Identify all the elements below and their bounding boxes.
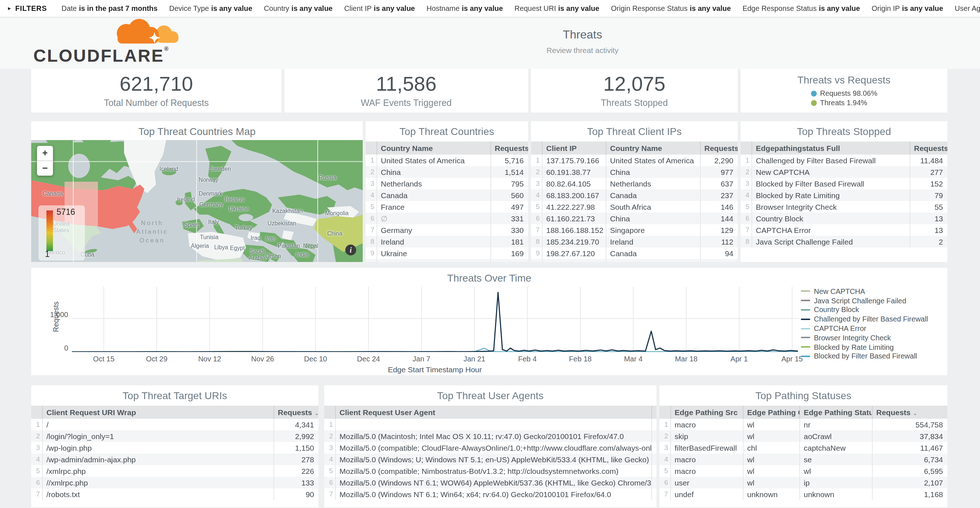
table-row: 9Ukraine169 [366,247,528,259]
x-tick-label: Mar 18 [675,355,697,363]
table-cell: 112 [700,236,738,247]
filter-chip[interactable]: Hostnameis any value [426,4,503,12]
map-info-button[interactable]: i [345,245,356,255]
stat-card-total-requests: 621,710 Total Number of Requests [31,69,282,113]
map-label: China [327,231,342,237]
map-label: Oman [265,253,281,259]
stat-value: 11,586 [284,73,528,96]
table-cell: United States of America [377,154,490,166]
table-row: 7188.166.188.152Singapore129 [531,224,738,236]
filter-value: is any value [462,4,503,12]
table-cell: 331 [490,213,528,224]
filters-button[interactable]: FILTERS [15,4,47,12]
table-cell: aoCrawl [799,430,872,442]
table-cell: 2,290 [700,154,738,166]
column-header-requests[interactable]: Requests⌄ [910,142,947,154]
table-row: 3Blocked by Filter Based Firewall152 [741,178,947,190]
column-header-requests[interactable]: Requests⌄ [700,142,738,154]
row-index-header [366,142,377,154]
filter-chip[interactable]: Client IPis any value [344,4,415,12]
table-cell: 977 [700,166,738,178]
table-cell: China [606,259,700,262]
table-cell: New CAPTCHA [751,166,910,178]
map-label: Italy [208,219,219,225]
filter-field-label: Request URI [515,4,556,12]
table-row: 380.82.64.105Netherlands637 [531,178,738,190]
column-header-client-ip: Client IP [542,142,606,154]
table-cell: chl [743,442,799,454]
table-cell: France [377,201,490,213]
header-titles: Threats Review threat activity [192,28,973,54]
chart-legend-label: Browser Integrity Check [814,334,891,342]
table-cell: /robots.txt [42,489,274,500]
table-cell: 226 [274,465,318,477]
column-header-requests[interactable]: Requests⌄ [872,406,947,419]
map-label: Denmark [199,191,222,197]
panel-title: Top Threat Target URIs [31,385,318,404]
filter-field-label: User Agent [955,4,980,12]
filter-value: is any value [292,4,332,12]
table-cell [651,477,657,489]
table-cell: 330 [490,224,528,236]
table-row: 2skipwlaoCrawl37,834 [659,430,947,442]
row-index: 4 [659,454,670,465]
row-index-header [531,142,542,154]
row-index: 5 [531,201,542,213]
row-index: 1 [31,419,42,430]
zoom-in-button[interactable]: + [37,146,53,160]
top-threat-countries-panel: Top Threat Countries Country NameRequest… [366,121,528,262]
top-pathing-statuses-table: Edge Pathing SrcEdge Pathing OpEdge Path… [659,406,947,500]
column-header-edge-pathing-op: Edge Pathing Op [743,406,799,419]
filter-chip[interactable]: Edge Response Statusis any value [743,4,860,12]
filter-chip[interactable]: Countryis any value [264,4,332,12]
column-header-country-name: Country Name [606,142,700,154]
row-index: 10 [531,259,542,262]
filters-expand-icon[interactable]: ▸ [8,5,11,12]
table-row: 661.160.221.73China144 [531,213,738,224]
table-cell: 198.27.67.120 [542,247,606,259]
map-legend-min: 1 [45,250,50,258]
column-header-edge-pathing-src: Edge Pathing Src [670,406,743,419]
legend-label: Requests 98.06% [820,89,877,98]
filter-chip[interactable]: Request URIis any value [515,4,600,12]
table-row: 2/login/?login_only=12,992 [31,430,318,442]
table-cell: se [799,454,872,465]
column-header-requests[interactable]: Requests⌄ [274,406,318,419]
x-tick-label: Feb 18 [569,355,592,363]
map-label: India [296,252,309,258]
table-cell: 146 [700,201,738,213]
chart-legend-label: Blocked by Rate Limiting [814,343,894,351]
table-cell: 80.82.64.105 [542,178,606,190]
table-row: 8Java Script Challenge Failed2 [741,236,947,247]
row-index: 6 [31,477,42,489]
filter-chip[interactable]: Device Typeis any value [169,4,252,12]
world-map[interactable]: CanadaUnited StatesMexicoCubaIcelandIrel… [31,140,363,262]
filter-chip[interactable]: Origin Response Statusis any value [611,4,731,12]
table-cell: 2,107 [872,477,947,489]
row-index: 8 [531,236,542,247]
table-cell: 158 [490,259,528,262]
x-tick-label: Nov 12 [198,355,221,363]
stat-label: Threats Stopped [531,98,738,108]
table-row: 5macrowlwl6,595 [659,465,947,477]
filter-chip[interactable]: Dateis in the past 7 months [62,4,158,12]
map-label: Egypt [230,245,245,252]
table-cell: wl [743,477,799,489]
table-cell: 637 [700,178,738,190]
column-header-requests[interactable]: Requests⌄ [490,142,528,154]
filter-field-label: Origin IP [872,4,900,12]
row-index: 6 [366,213,377,224]
filter-chip[interactable]: Origin IPis any value [872,4,943,12]
table-cell: 133 [274,477,318,489]
zoom-out-button[interactable]: − [37,160,53,176]
top-threat-target-uris-table: Client Request URI WrapRequests⌄1/4,3412… [31,406,318,500]
table-cell: Challenged by Filter Based Firewall [751,154,910,166]
filter-chip[interactable]: User Agentis any value [955,4,980,12]
table-row: 1macrowlnr554,758 [659,419,947,430]
map-label: Turkey [235,225,253,231]
table-cell: undef [670,489,743,500]
table-cell: 37,834 [872,430,947,442]
top-threat-client-ips-table: Client IPCountry NameRequests⌄1137.175.7… [531,142,738,262]
table-cell: 11,467 [872,442,947,454]
table-cell: China [377,166,490,178]
